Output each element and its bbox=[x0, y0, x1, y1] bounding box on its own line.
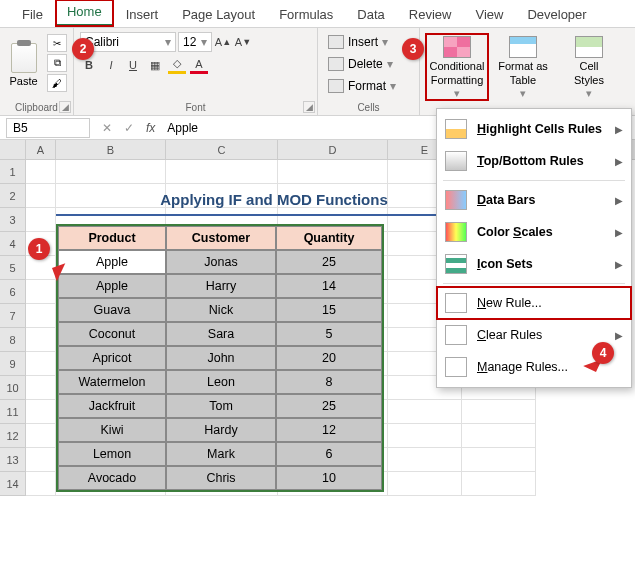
cell-customer[interactable]: Tom bbox=[166, 394, 276, 418]
cell-product[interactable]: Apricot bbox=[58, 346, 166, 370]
font-family-select[interactable]: Calibri▾ bbox=[80, 32, 176, 52]
cell-quantity[interactable]: 15 bbox=[276, 298, 382, 322]
cell[interactable] bbox=[26, 160, 56, 184]
cell-customer[interactable]: Leon bbox=[166, 370, 276, 394]
cell[interactable] bbox=[56, 160, 166, 184]
tab-review[interactable]: Review bbox=[397, 2, 464, 27]
fx-enter[interactable]: ✓ bbox=[118, 121, 140, 135]
cell-customer[interactable]: Chris bbox=[166, 466, 276, 490]
cell-customer[interactable]: Harry bbox=[166, 274, 276, 298]
cell[interactable] bbox=[278, 160, 388, 184]
cut-button[interactable]: ✂ bbox=[47, 34, 67, 52]
row-header[interactable]: 12 bbox=[0, 424, 26, 448]
row-header[interactable]: 1 bbox=[0, 160, 26, 184]
font-color-button[interactable]: A bbox=[190, 56, 208, 74]
col-header-a[interactable]: A bbox=[26, 140, 56, 159]
cell[interactable] bbox=[26, 304, 56, 328]
cell[interactable] bbox=[388, 472, 462, 496]
cell-quantity[interactable]: 5 bbox=[276, 322, 382, 346]
clipboard-launcher[interactable]: ◢ bbox=[59, 101, 71, 113]
select-all-corner[interactable] bbox=[0, 140, 26, 159]
cell-product[interactable]: Apple bbox=[58, 274, 166, 298]
cell[interactable] bbox=[26, 328, 56, 352]
cell-product[interactable]: Watermelon bbox=[58, 370, 166, 394]
row-header[interactable]: 4 bbox=[0, 232, 26, 256]
font-launcher[interactable]: ◢ bbox=[303, 101, 315, 113]
cell-customer[interactable]: Sara bbox=[166, 322, 276, 346]
tab-view[interactable]: View bbox=[463, 2, 515, 27]
cell-customer[interactable]: Mark bbox=[166, 442, 276, 466]
row-header[interactable]: 5 bbox=[0, 256, 26, 280]
cell[interactable] bbox=[26, 424, 56, 448]
cell-quantity[interactable]: 6 bbox=[276, 442, 382, 466]
menu-data-bars[interactable]: Data Bars▶ bbox=[437, 184, 631, 216]
font-size-select[interactable]: 12▾ bbox=[178, 32, 212, 52]
cell-quantity[interactable]: 14 bbox=[276, 274, 382, 298]
cell-quantity[interactable]: 20 bbox=[276, 346, 382, 370]
tab-page-layout[interactable]: Page Layout bbox=[170, 2, 267, 27]
italic-button[interactable]: I bbox=[102, 56, 120, 74]
cell-styles-button[interactable]: Cell Styles ▾ bbox=[558, 34, 620, 100]
row-header[interactable]: 2 bbox=[0, 184, 26, 208]
cell[interactable] bbox=[26, 184, 56, 208]
cell[interactable] bbox=[166, 160, 278, 184]
row-header[interactable]: 3 bbox=[0, 208, 26, 232]
row-header[interactable]: 7 bbox=[0, 304, 26, 328]
row-header[interactable]: 9 bbox=[0, 352, 26, 376]
cell[interactable] bbox=[388, 448, 462, 472]
cell[interactable] bbox=[26, 448, 56, 472]
cell[interactable] bbox=[26, 472, 56, 496]
tab-file[interactable]: File bbox=[10, 2, 55, 27]
menu-top-bottom-rules[interactable]: Top/Bottom Rules▶ bbox=[437, 145, 631, 177]
cell[interactable] bbox=[26, 208, 56, 232]
cell-product[interactable]: Lemon bbox=[58, 442, 166, 466]
row-header[interactable]: 14 bbox=[0, 472, 26, 496]
cell[interactable] bbox=[388, 424, 462, 448]
menu-highlight-cells-rules[interactable]: Highlight Cells Rules▶ bbox=[437, 113, 631, 145]
cell[interactable] bbox=[462, 424, 536, 448]
fill-color-button[interactable]: ◇ bbox=[168, 56, 186, 74]
row-header[interactable]: 11 bbox=[0, 400, 26, 424]
row-header[interactable]: 8 bbox=[0, 328, 26, 352]
menu-icon-sets[interactable]: Icon Sets▶ bbox=[437, 248, 631, 280]
cell-customer[interactable]: Hardy bbox=[166, 418, 276, 442]
tab-home[interactable]: Home bbox=[55, 0, 114, 27]
cell[interactable] bbox=[26, 280, 56, 304]
format-painter-button[interactable]: 🖌 bbox=[47, 74, 67, 92]
cell-product[interactable]: Coconut bbox=[58, 322, 166, 346]
cell-quantity[interactable]: 25 bbox=[276, 250, 382, 274]
conditional-formatting-button[interactable]: Conditional Formatting ▾ bbox=[426, 34, 488, 100]
row-header[interactable]: 6 bbox=[0, 280, 26, 304]
copy-button[interactable]: ⧉ bbox=[47, 54, 67, 72]
cells-delete-button[interactable]: Delete▾ bbox=[324, 54, 413, 74]
tab-formulas[interactable]: Formulas bbox=[267, 2, 345, 27]
col-header-c[interactable]: C bbox=[166, 140, 278, 159]
cell-quantity[interactable]: 10 bbox=[276, 466, 382, 490]
underline-button[interactable]: U bbox=[124, 56, 142, 74]
cell-quantity[interactable]: 25 bbox=[276, 394, 382, 418]
cell[interactable] bbox=[462, 472, 536, 496]
cell[interactable] bbox=[26, 400, 56, 424]
col-header-b[interactable]: B bbox=[56, 140, 166, 159]
cell[interactable] bbox=[388, 400, 462, 424]
cell-quantity[interactable]: 12 bbox=[276, 418, 382, 442]
tab-insert[interactable]: Insert bbox=[114, 2, 171, 27]
menu-new-rule[interactable]: New Rule... bbox=[437, 287, 631, 319]
cell[interactable] bbox=[462, 400, 536, 424]
cell[interactable] bbox=[462, 448, 536, 472]
col-header-d[interactable]: D bbox=[278, 140, 388, 159]
cell-customer[interactable]: John bbox=[166, 346, 276, 370]
cell-product[interactable]: Kiwi bbox=[58, 418, 166, 442]
cells-insert-button[interactable]: Insert▾ bbox=[324, 32, 413, 52]
name-box[interactable]: B5 bbox=[6, 118, 90, 138]
borders-button[interactable]: ▦ bbox=[146, 56, 164, 74]
cell-product[interactable]: Jackfruit bbox=[58, 394, 166, 418]
menu-color-scales[interactable]: Color Scales▶ bbox=[437, 216, 631, 248]
cell[interactable] bbox=[26, 352, 56, 376]
cell-product[interactable]: Avocado bbox=[58, 466, 166, 490]
fx-icon[interactable]: fx bbox=[140, 121, 161, 135]
cell[interactable] bbox=[26, 376, 56, 400]
cell-quantity[interactable]: 8 bbox=[276, 370, 382, 394]
cell-customer[interactable]: Nick bbox=[166, 298, 276, 322]
cell-customer[interactable]: Jonas bbox=[166, 250, 276, 274]
